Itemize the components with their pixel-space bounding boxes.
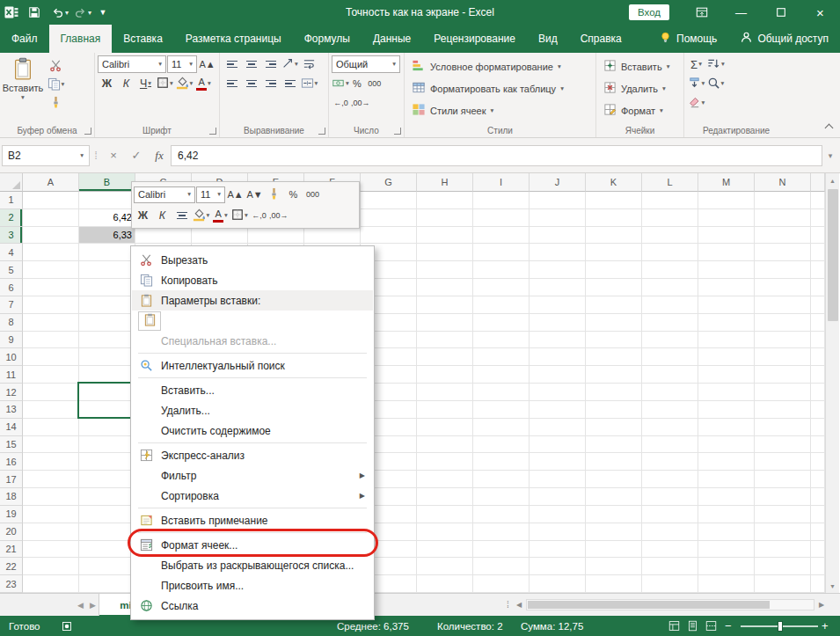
mini-align-center-button[interactable] [172,208,191,224]
cell-L5[interactable] [642,261,698,279]
cell-H20[interactable] [417,523,473,541]
row-header-23[interactable]: 23 [0,575,23,593]
row-header-11[interactable]: 11 [0,366,23,384]
paste-option-button[interactable] [138,311,161,331]
cell-I13[interactable] [473,401,530,419]
cell-L2[interactable] [642,209,698,227]
cell-H11[interactable] [417,366,473,384]
cell-N21[interactable] [755,541,811,559]
row-header-20[interactable]: 20 [0,523,23,541]
hscroll-right-arrow[interactable]: ▶ [814,597,829,612]
cell-I15[interactable] [473,436,530,454]
row-header-10[interactable]: 10 [0,348,23,366]
cell-L14[interactable] [642,419,698,436]
cell-A5[interactable] [23,261,79,279]
cell-K23[interactable] [586,575,642,593]
cell-I7[interactable] [473,296,530,314]
scroll-down-arrow[interactable]: ▼ [826,579,840,593]
cell-J2[interactable] [530,209,586,227]
cell-L20[interactable] [642,523,698,541]
font-color-button[interactable]: А▾ [194,75,213,92]
cell-A19[interactable] [23,506,79,523]
cell-H7[interactable] [417,296,473,314]
underline-button[interactable]: Ч▾ [136,75,155,92]
wrap-text-button[interactable] [300,55,318,73]
cell-N3[interactable] [755,227,811,245]
cell-A14[interactable] [23,419,79,436]
cell-I1[interactable] [473,192,530,209]
ribbon-tab-file[interactable]: Файл [0,25,49,53]
cell-J21[interactable] [530,541,586,559]
cell-L9[interactable] [642,332,698,349]
hscroll-left-arrow[interactable]: ◀ [512,597,526,612]
name-box[interactable]: B2▾ [2,145,90,166]
cell-L7[interactable] [642,296,698,314]
cell-N11[interactable] [755,366,811,384]
cell-N12[interactable] [755,384,811,401]
cell-styles-button[interactable]: Стили ячеек▾ [407,99,593,121]
cell-I9[interactable] [473,332,530,349]
save-button[interactable] [23,0,46,25]
cell-I22[interactable] [473,558,530,575]
cell-K13[interactable] [586,401,642,419]
row-header-18[interactable]: 18 [0,488,23,506]
scroll-up-arrow[interactable]: ▲ [826,173,840,187]
cell-K19[interactable] [586,506,642,523]
cell-K10[interactable] [586,348,642,366]
cell-K3[interactable] [586,227,642,245]
cell-M12[interactable] [698,384,755,401]
column-header-B[interactable]: B [79,173,135,192]
next-sheet-button[interactable]: ▶ [90,594,96,617]
merge-center-button[interactable]: ▾ [300,75,318,92]
cell-H10[interactable] [417,348,473,366]
mini-italic-button[interactable]: К [153,208,172,224]
ribbon-tab-formulas[interactable]: Формулы [293,25,362,53]
cell-L19[interactable] [642,506,698,523]
align-left-button[interactable] [223,75,241,92]
cell-L21[interactable] [642,541,698,559]
redo-dropdown[interactable]: ▾ [88,9,91,17]
cell-N17[interactable] [755,471,811,488]
cell-K16[interactable] [586,453,642,471]
cell-H12[interactable] [417,384,473,401]
cell-M21[interactable] [698,541,755,559]
cell-K15[interactable] [586,436,642,454]
cell-H8[interactable] [417,314,473,332]
column-header-L[interactable]: L [642,173,698,192]
cell-I2[interactable] [473,209,530,227]
column-header-M[interactable]: M [698,173,755,192]
orientation-button[interactable]: ▾ [281,55,299,73]
row-header-6[interactable]: 6 [0,279,23,296]
cell-N9[interactable] [755,332,811,349]
cell-A20[interactable] [23,523,79,541]
cell-A4[interactable] [23,244,79,261]
cell-I10[interactable] [473,348,530,366]
cell-L4[interactable] [642,244,698,261]
cell-I16[interactable] [473,453,530,471]
number-dialog-launcher[interactable] [394,128,401,135]
cell-I20[interactable] [473,523,530,541]
cell-K2[interactable] [586,209,642,227]
cell-I21[interactable] [473,541,530,559]
insert-function-button[interactable]: fx [148,145,171,166]
decrease-decimal-button[interactable]: ,00→ [351,94,370,112]
cell-N8[interactable] [755,314,811,332]
cell-K1[interactable] [586,192,642,209]
cell-B3[interactable]: 6,33 [79,227,135,245]
cell-L16[interactable] [642,453,698,471]
cell-I6[interactable] [473,279,530,296]
cell-J8[interactable] [530,314,586,332]
menu-item-link[interactable]: Ссылка [132,596,373,616]
cell-L23[interactable] [642,575,698,593]
cell-J13[interactable] [530,401,586,419]
cell-L22[interactable] [642,558,698,575]
mini-format-painter-button[interactable] [265,186,283,203]
paste-button[interactable]: Вставить ▾ [3,55,43,112]
cell-N7[interactable] [755,296,811,314]
macro-record-button[interactable] [62,616,72,636]
cell-H22[interactable] [417,558,473,575]
cell-A12[interactable] [23,384,79,401]
fill-color-button[interactable]: ▾ [175,75,194,92]
row-header-12[interactable]: 12 [0,384,23,401]
close-button[interactable]: × [800,0,840,25]
